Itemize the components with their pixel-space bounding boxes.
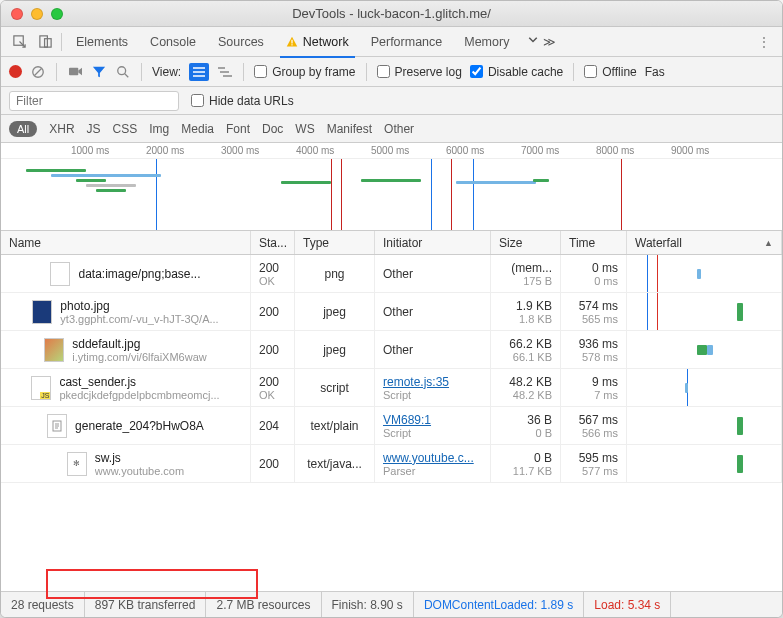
tick-label: 3000 ms [221,145,259,156]
time-latency: 0 ms [594,275,618,287]
time-total: 936 ms [579,337,618,351]
close-window-button[interactable] [11,8,23,20]
resource-size: 175 B [523,275,552,287]
col-time[interactable]: Time [561,231,627,254]
initiator-link[interactable]: remote.js:35 [383,375,482,389]
svg-rect-3 [291,39,292,43]
device-mode-icon[interactable] [33,31,57,53]
settings-kebab-icon[interactable]: ⋮ [752,31,776,53]
document-file-icon [47,414,67,438]
request-name: data:image/png;base... [78,267,200,281]
filter-ws[interactable]: WS [295,122,314,136]
disable-cache-checkbox[interactable]: Disable cache [470,65,563,79]
marker [451,159,452,230]
tick-label: 8000 ms [596,145,634,156]
request-name: photo.jpg [60,299,218,313]
waterfall-cell [627,255,782,292]
filter-css[interactable]: CSS [113,122,138,136]
tick-label: 7000 ms [521,145,559,156]
tab-console[interactable]: Console [140,27,206,57]
inspect-icon[interactable] [7,31,31,53]
more-tabs-button[interactable]: ≫ [527,34,555,49]
col-initiator[interactable]: Initiator [375,231,491,254]
search-icon[interactable] [115,64,131,80]
col-name[interactable]: Name [1,231,251,254]
panel-tabs: Elements Console Sources Network Perform… [1,27,782,57]
initiator-link[interactable]: www.youtube.c... [383,451,482,465]
camera-icon[interactable] [67,64,83,80]
tab-memory[interactable]: Memory [454,27,519,57]
request-name: generate_204?bHwO8A [75,419,204,433]
time-latency: 578 ms [582,351,618,363]
filter-other[interactable]: Other [384,122,414,136]
marker [473,159,474,230]
waterfall-cell [627,369,782,406]
filter-img[interactable]: Img [149,122,169,136]
filter-manifest[interactable]: Manifest [327,122,372,136]
col-waterfall[interactable]: Waterfall▲ [627,231,782,254]
filter-doc[interactable]: Doc [262,122,283,136]
col-type[interactable]: Type [295,231,375,254]
tab-network[interactable]: Network [276,27,359,57]
time-total: 595 ms [579,451,618,465]
filter-media[interactable]: Media [181,122,214,136]
clear-icon[interactable] [30,64,46,80]
group-by-frame-checkbox[interactable]: Group by frame [254,65,355,79]
tab-performance[interactable]: Performance [361,27,453,57]
sort-asc-icon: ▲ [764,238,773,248]
table-row[interactable]: sddefault.jpgi.ytimg.com/vi/6lfaiXM6waw2… [1,331,782,369]
filter-bar: Hide data URLs [1,87,782,115]
time-latency: 7 ms [594,389,618,401]
large-rows-button[interactable] [189,63,209,81]
filter-font[interactable]: Font [226,122,250,136]
table-row[interactable]: generate_204?bHwO8A204text/plainVM689:1S… [1,407,782,445]
table-row[interactable]: cast_sender.jspkedcjkdefgpdelpbcmbmeomcj… [1,369,782,407]
status-code: 200 [259,261,286,275]
filter-js[interactable]: JS [87,122,101,136]
status-text: OK [259,389,286,401]
preserve-log-checkbox[interactable]: Preserve log [377,65,462,79]
tab-elements[interactable]: Elements [66,27,138,57]
status-resources: 2.7 MB resources [206,592,321,617]
record-button[interactable] [9,65,22,78]
marker [621,159,622,230]
time-latency: 577 ms [582,465,618,477]
separator [56,63,57,81]
devtools-window: DevTools - luck-bacon-1.glitch.me/ Eleme… [0,0,783,618]
request-domain: yt3.ggpht.com/-vu_v-hJT-3Q/A... [60,313,218,325]
col-status[interactable]: Sta... [251,231,295,254]
initiator-link[interactable]: VM689:1 [383,413,482,427]
status-dcl: DOMContentLoaded: 1.89 s [414,592,584,617]
transfer-size: 1.9 KB [516,299,552,313]
titlebar: DevTools - luck-bacon-1.glitch.me/ [1,1,782,27]
waterfall-cell [627,293,782,330]
offline-checkbox[interactable]: Offline [584,65,636,79]
table-row[interactable]: photo.jpgyt3.ggpht.com/-vu_v-hJT-3Q/A...… [1,293,782,331]
table-row[interactable]: ✻sw.jswww.youtube.com200text/java...www.… [1,445,782,483]
hide-data-urls-checkbox[interactable]: Hide data URLs [191,94,294,108]
network-toolbar: View: Group by frame Preserve log Disabl… [1,57,782,87]
script-file-icon [31,376,51,400]
request-name: sw.js [95,451,184,465]
throttling-label[interactable]: Fas [645,65,665,79]
col-size[interactable]: Size [491,231,561,254]
tab-sources[interactable]: Sources [208,27,274,57]
zoom-window-button[interactable] [51,8,63,20]
status-code: 200 [259,375,286,389]
filter-icon[interactable] [91,64,107,80]
filter-all[interactable]: All [9,121,37,137]
waterfall-cell [627,445,782,482]
minimize-window-button[interactable] [31,8,43,20]
filter-xhr[interactable]: XHR [49,122,74,136]
separator [61,33,62,51]
waterfall-view-button[interactable] [217,64,233,80]
window-controls [11,8,63,20]
status-code: 200 [259,305,286,319]
overview-timeline[interactable]: 1000 ms 2000 ms 3000 ms 4000 ms 5000 ms … [1,143,782,231]
table-row[interactable]: data:image/png;base...200OKpngOther(mem.… [1,255,782,293]
status-code: 200 [259,343,286,357]
transfer-size: 0 B [534,451,552,465]
filter-input[interactable] [9,91,179,111]
request-domain: i.ytimg.com/vi/6lfaiXM6waw [72,351,206,363]
initiator-link: Other [383,305,482,319]
